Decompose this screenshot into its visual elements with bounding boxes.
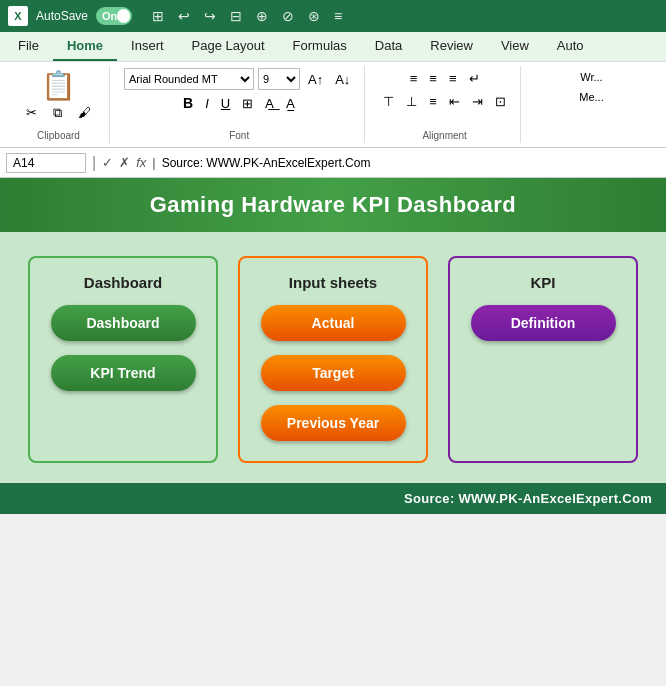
- dashboard-title: Gaming Hardware KPI Dashboard: [150, 192, 517, 217]
- font-color-button[interactable]: A̲: [282, 93, 299, 114]
- align-middle-button[interactable]: ⊥: [402, 91, 421, 112]
- sort-icon[interactable]: ⊛: [304, 6, 324, 26]
- decrease-font-button[interactable]: A↓: [331, 69, 354, 90]
- footer: Source: WWW.PK-AnExcelExpert.Com: [0, 483, 666, 514]
- merge-center-button[interactable]: Me...: [575, 88, 607, 106]
- clipboard-row: 📋 ✂ ⧉ 🖌: [18, 68, 99, 128]
- tab-file[interactable]: File: [4, 32, 53, 61]
- extra-row1: Wr...: [576, 68, 606, 86]
- cross-mark-icon[interactable]: ✗: [119, 155, 130, 170]
- align-top-button[interactable]: ⊤: [379, 91, 398, 112]
- previous-year-button[interactable]: Previous Year: [261, 405, 406, 441]
- wrap-text-extra-button[interactable]: Wr...: [576, 68, 606, 86]
- cut-button[interactable]: ✂: [22, 102, 41, 124]
- extra-row2: Me...: [575, 88, 607, 106]
- cell-reference-input[interactable]: [6, 153, 86, 173]
- redo-icon[interactable]: ↪: [200, 6, 220, 26]
- card-kpi: KPI Definition: [448, 256, 638, 463]
- tab-page-layout[interactable]: Page Layout: [178, 32, 279, 61]
- kpi-trend-button[interactable]: KPI Trend: [51, 355, 196, 391]
- card-input-title: Input sheets: [289, 274, 377, 291]
- tab-data[interactable]: Data: [361, 32, 416, 61]
- font-row1: Arial Rounded MT 9 A↑ A↓: [124, 68, 354, 90]
- merge-button[interactable]: ⊡: [491, 91, 510, 112]
- alignment-row2: ⊤ ⊥ ≡ ⇤ ⇥ ⊡: [379, 91, 510, 112]
- cards-container: Dashboard Dashboard KPI Trend Input shee…: [0, 232, 666, 483]
- paste-button[interactable]: 📋 ✂ ⧉ 🖌: [18, 68, 99, 128]
- tab-auto[interactable]: Auto: [543, 32, 598, 61]
- indent-left-button[interactable]: ⇤: [445, 91, 464, 112]
- toggle-label: On: [102, 10, 117, 22]
- undo-icon[interactable]: ↩: [174, 6, 194, 26]
- formula-input[interactable]: [162, 156, 660, 170]
- tab-view[interactable]: View: [487, 32, 543, 61]
- fill-color-button[interactable]: A͟: [261, 93, 278, 114]
- alignment-label: Alignment: [422, 130, 466, 141]
- formula-bar: | ✓ ✗ fx |: [0, 148, 666, 178]
- tab-formulas[interactable]: Formulas: [279, 32, 361, 61]
- indent-right-button[interactable]: ⇥: [468, 91, 487, 112]
- increase-font-button[interactable]: A↑: [304, 69, 327, 90]
- format-icon[interactable]: ⊕: [252, 6, 272, 26]
- wrap-text-button[interactable]: ↵: [465, 68, 484, 89]
- formula-separator: |: [92, 154, 96, 172]
- ribbon-group-clipboard: 📋 ✂ ⧉ 🖌 Clipboard: [8, 66, 110, 143]
- borders-button[interactable]: ⊞: [238, 93, 257, 114]
- ribbon: File Home Insert Page Layout Formulas Da…: [0, 32, 666, 148]
- copy-button[interactable]: ⧉: [49, 102, 66, 124]
- ribbon-group-extra: Wr... Me...: [525, 66, 658, 143]
- align-left-button[interactable]: ≡: [406, 68, 422, 89]
- tab-insert[interactable]: Insert: [117, 32, 178, 61]
- filter-icon[interactable]: ⊘: [278, 6, 298, 26]
- actual-button[interactable]: Actual: [261, 305, 406, 341]
- main-content: Gaming Hardware KPI Dashboard Dashboard …: [0, 178, 666, 514]
- target-button[interactable]: Target: [261, 355, 406, 391]
- footer-text: Source: WWW.PK-AnExcelExpert.Com: [404, 491, 652, 506]
- more-icon[interactable]: ≡: [330, 6, 346, 26]
- font-name-select[interactable]: Arial Rounded MT: [124, 68, 254, 90]
- insert-table-icon[interactable]: ⊟: [226, 6, 246, 26]
- align-bottom-button[interactable]: ≡: [425, 91, 441, 112]
- font-row2: B I U ⊞ A͟ A̲: [179, 92, 299, 114]
- card-dashboard: Dashboard Dashboard KPI Trend: [28, 256, 218, 463]
- format-painter-button[interactable]: 🖌: [74, 102, 95, 124]
- toolbar-icons: ⊞ ↩ ↪ ⊟ ⊕ ⊘ ⊛ ≡: [148, 6, 658, 26]
- definition-button[interactable]: Definition: [471, 305, 616, 341]
- tab-review[interactable]: Review: [416, 32, 487, 61]
- bold-button[interactable]: B: [179, 92, 197, 114]
- paste-sub: ✂ ⧉ 🖌: [22, 102, 95, 124]
- font-size-select[interactable]: 9: [258, 68, 300, 90]
- autosave-label: AutoSave: [36, 9, 88, 23]
- dashboard-button[interactable]: Dashboard: [51, 305, 196, 341]
- quick-access-icon[interactable]: ⊞: [148, 6, 168, 26]
- ribbon-group-font: Arial Rounded MT 9 A↑ A↓ B I U ⊞ A͟ A̲ F…: [114, 66, 365, 143]
- align-center-button[interactable]: ≡: [425, 68, 441, 89]
- clipboard-label: Clipboard: [37, 130, 80, 141]
- card-input: Input sheets Actual Target Previous Year: [238, 256, 428, 463]
- italic-button[interactable]: I: [201, 93, 213, 114]
- font-label: Font: [229, 130, 249, 141]
- paste-icon: 📋: [41, 72, 76, 100]
- ribbon-group-alignment: ≡ ≡ ≡ ↵ ⊤ ⊥ ≡ ⇤ ⇥ ⊡ Alignment: [369, 66, 521, 143]
- formula-separator-pipe: |: [152, 155, 155, 170]
- ribbon-tabs: File Home Insert Page Layout Formulas Da…: [0, 32, 666, 61]
- toggle-knob: [117, 9, 130, 23]
- fx-icon[interactable]: fx: [136, 155, 146, 170]
- dashboard-header: Gaming Hardware KPI Dashboard: [0, 178, 666, 232]
- excel-icon: X: [8, 6, 28, 26]
- card-dashboard-title: Dashboard: [84, 274, 162, 291]
- ribbon-body: 📋 ✂ ⧉ 🖌 Clipboard Arial Rounded MT 9: [0, 61, 666, 147]
- underline-button[interactable]: U: [217, 93, 234, 114]
- alignment-row1: ≡ ≡ ≡ ↵: [406, 68, 484, 89]
- title-bar: X AutoSave On ⊞ ↩ ↪ ⊟ ⊕ ⊘ ⊛ ≡: [0, 0, 666, 32]
- tab-home[interactable]: Home: [53, 32, 117, 61]
- card-kpi-title: KPI: [530, 274, 555, 291]
- autosave-toggle[interactable]: On: [96, 7, 132, 25]
- check-mark-icon[interactable]: ✓: [102, 155, 113, 170]
- align-right-button[interactable]: ≡: [445, 68, 461, 89]
